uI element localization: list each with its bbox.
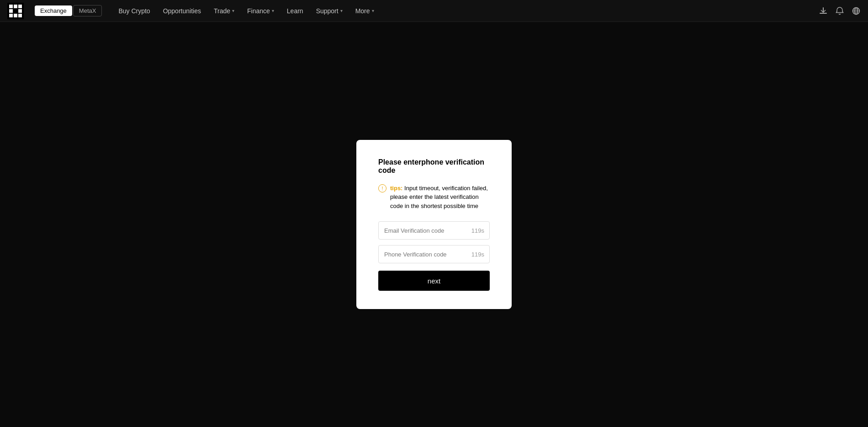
phone-input-group: 119s (378, 245, 490, 263)
nav-buy-crypto[interactable]: Buy Crypto (113, 5, 155, 17)
nav-finance-label: Finance (247, 7, 270, 15)
nav-learn-label: Learn (287, 7, 303, 15)
support-chevron-icon: ▾ (340, 8, 343, 13)
nav-more[interactable]: More ▾ (350, 5, 380, 17)
warning-icon: ! (378, 184, 386, 192)
nav-buy-crypto-label: Buy Crypto (118, 7, 150, 15)
notifications-button[interactable] (835, 6, 844, 16)
download-button[interactable] (819, 6, 828, 16)
card-title: Please enterphone verification code (378, 158, 490, 175)
nav-support[interactable]: Support ▾ (311, 5, 348, 17)
trade-chevron-icon: ▾ (232, 8, 234, 13)
svg-rect-10 (823, 7, 824, 12)
nav-links: Buy Crypto Opportunities Trade ▾ Finance… (113, 5, 379, 17)
okx-logo-svg (7, 3, 24, 19)
nav-trade[interactable]: Trade ▾ (208, 5, 240, 17)
nav-more-label: More (355, 7, 370, 15)
language-button[interactable] (852, 6, 861, 16)
logo-area (7, 3, 24, 19)
nav-right (819, 6, 861, 16)
svg-rect-6 (9, 14, 13, 17)
nav-learn[interactable]: Learn (281, 5, 309, 17)
nav-trade-label: Trade (214, 7, 230, 15)
download-icon (819, 6, 828, 16)
tab-group: Exchange MetaX (35, 5, 102, 16)
bell-icon (835, 6, 844, 16)
svg-rect-2 (14, 5, 17, 8)
nav-finance[interactable]: Finance ▾ (242, 5, 280, 17)
svg-rect-4 (9, 9, 13, 13)
svg-rect-8 (18, 14, 22, 17)
email-timer: 119s (471, 227, 484, 234)
tips-text: tips: Input timeout, verification failed… (390, 184, 490, 211)
svg-rect-5 (18, 9, 22, 13)
verification-card: Please enterphone verification code ! ti… (356, 140, 512, 310)
main-content: Please enterphone verification code ! ti… (0, 22, 868, 427)
okx-logo (7, 3, 24, 19)
exchange-tab[interactable]: Exchange (35, 5, 72, 16)
nav-opportunities-label: Opportunities (163, 7, 201, 15)
phone-timer: 119s (471, 251, 484, 258)
globe-icon (852, 6, 861, 16)
next-button[interactable]: next (378, 271, 490, 291)
tips-label: tips: (390, 185, 402, 192)
tips-section: ! tips: Input timeout, verification fail… (378, 184, 490, 211)
email-input-group: 119s (378, 221, 490, 240)
finance-chevron-icon: ▾ (272, 8, 274, 13)
navbar: Exchange MetaX Buy Crypto Opportunities … (0, 0, 868, 22)
nav-support-label: Support (316, 7, 339, 15)
metax-tab[interactable]: MetaX (73, 5, 102, 16)
svg-rect-3 (18, 5, 22, 8)
more-chevron-icon: ▾ (372, 8, 374, 13)
tips-message: Input timeout, verification failed, plea… (390, 185, 488, 209)
nav-opportunities[interactable]: Opportunities (158, 5, 206, 17)
svg-rect-9 (820, 13, 827, 14)
svg-rect-1 (9, 5, 13, 8)
svg-rect-7 (14, 14, 17, 17)
